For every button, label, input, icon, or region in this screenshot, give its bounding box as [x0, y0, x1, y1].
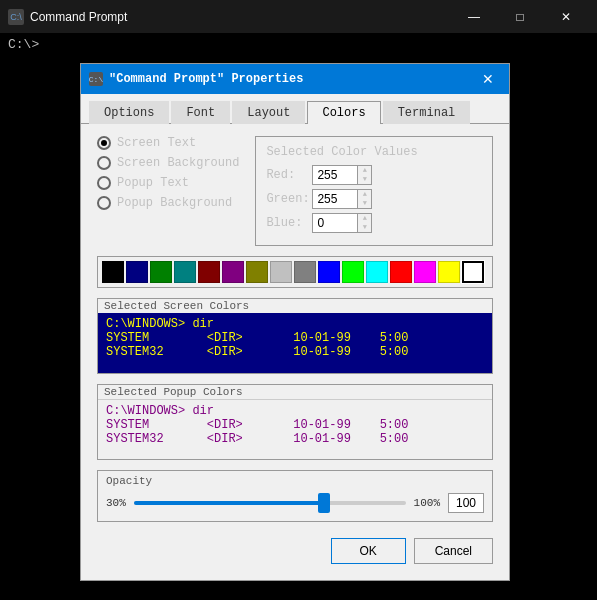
blue-row: Blue: ▲ ▼ [266, 213, 482, 233]
green-row: Green: ▲ ▼ [266, 189, 482, 209]
opacity-value-input[interactable] [448, 493, 484, 513]
cmd-background: C:\> C:\ "Command Prompt" Properties ✕ O… [0, 33, 597, 600]
tab-colors[interactable]: Colors [307, 101, 380, 124]
opacity-label: Opacity [106, 475, 484, 487]
palette-swatch-10[interactable] [342, 261, 364, 283]
dialog-title: "Command Prompt" Properties [109, 72, 469, 86]
screen-preview-label: Selected Screen Colors [98, 299, 492, 313]
window-controls: — □ ✕ [451, 0, 589, 33]
screen-preview-line: SYSTEM32 <DIR> 10-01-99 5:00 [106, 345, 484, 359]
screen-preview-line: C:\WINDOWS> dir [106, 317, 484, 331]
palette-swatch-12[interactable] [390, 261, 412, 283]
radio-popup-text[interactable]: Popup Text [97, 176, 239, 190]
tab-terminal[interactable]: Terminal [383, 101, 471, 124]
opacity-min-label: 30% [106, 497, 126, 509]
palette-swatch-14[interactable] [438, 261, 460, 283]
palette-swatch-5[interactable] [222, 261, 244, 283]
dialog-close-button[interactable]: ✕ [475, 69, 501, 89]
top-section: Screen Text Screen Background Popup Text… [97, 136, 493, 246]
green-arrows: ▲ ▼ [357, 190, 371, 208]
radio-circle-screen-text [97, 136, 111, 150]
palette-swatch-15[interactable] [462, 261, 484, 283]
red-label: Red: [266, 168, 308, 182]
blue-label: Blue: [266, 216, 308, 230]
palette-swatch-8[interactable] [294, 261, 316, 283]
palette-swatch-7[interactable] [270, 261, 292, 283]
green-spinner[interactable]: ▲ ▼ [312, 189, 372, 209]
color-values-box: Selected Color Values Red: ▲ ▼ Green: [255, 136, 493, 246]
palette-swatch-9[interactable] [318, 261, 340, 283]
palette-swatch-11[interactable] [366, 261, 388, 283]
palette-swatch-2[interactable] [150, 261, 172, 283]
opacity-fill [134, 501, 324, 505]
palette-swatch-1[interactable] [126, 261, 148, 283]
screen-preview-section: Selected Screen Colors C:\WINDOWS> dirSY… [97, 298, 493, 374]
cmd-titlebar: C:\ Command Prompt — □ ✕ [0, 0, 597, 33]
color-palette [97, 256, 493, 288]
red-row: Red: ▲ ▼ [266, 165, 482, 185]
dialog-titlebar: C:\ "Command Prompt" Properties ✕ [81, 64, 509, 94]
minimize-button[interactable]: — [451, 0, 497, 33]
opacity-section: Opacity 30% 100% [97, 470, 493, 522]
ok-button[interactable]: OK [331, 538, 406, 564]
radio-circle-popup-text [97, 176, 111, 190]
popup-preview-line: C:\WINDOWS> dir [106, 404, 484, 418]
radio-group: Screen Text Screen Background Popup Text… [97, 136, 239, 246]
tabs-bar: Options Font Layout Colors Terminal [81, 94, 509, 124]
green-down-arrow[interactable]: ▼ [358, 199, 371, 208]
tab-options[interactable]: Options [89, 101, 169, 124]
opacity-slider[interactable] [134, 493, 406, 513]
green-input[interactable] [313, 190, 357, 208]
dialog-icon: C:\ [89, 72, 103, 86]
blue-down-arrow[interactable]: ▼ [358, 223, 371, 232]
popup-preview-section: Selected Popup Colors C:\WINDOWS> dirSYS… [97, 384, 493, 460]
cmd-prompt-text: C:\> [8, 37, 589, 52]
red-up-arrow[interactable]: ▲ [358, 166, 371, 175]
opacity-track [134, 501, 406, 505]
blue-up-arrow[interactable]: ▲ [358, 214, 371, 223]
dialog-body: Screen Text Screen Background Popup Text… [81, 124, 509, 580]
cmd-title: Command Prompt [30, 10, 445, 24]
radio-circle-popup-bg [97, 196, 111, 210]
screen-preview-line: SYSTEM <DIR> 10-01-99 5:00 [106, 331, 484, 345]
close-window-button[interactable]: ✕ [543, 0, 589, 33]
palette-swatch-0[interactable] [102, 261, 124, 283]
popup-preview-line: SYSTEM32 <DIR> 10-01-99 5:00 [106, 432, 484, 446]
opacity-max-label: 100% [414, 497, 440, 509]
screen-preview: C:\WINDOWS> dirSYSTEM <DIR> 10-01-99 5:0… [98, 313, 492, 373]
cancel-button[interactable]: Cancel [414, 538, 493, 564]
radio-popup-bg[interactable]: Popup Background [97, 196, 239, 210]
palette-swatch-6[interactable] [246, 261, 268, 283]
popup-preview-line: SYSTEM <DIR> 10-01-99 5:00 [106, 418, 484, 432]
popup-preview-label: Selected Popup Colors [98, 385, 492, 399]
color-values-title: Selected Color Values [266, 145, 482, 159]
palette-swatch-13[interactable] [414, 261, 436, 283]
tab-layout[interactable]: Layout [232, 101, 305, 124]
blue-arrows: ▲ ▼ [357, 214, 371, 232]
green-label: Green: [266, 192, 308, 206]
palette-swatch-4[interactable] [198, 261, 220, 283]
cmd-icon: C:\ [8, 9, 24, 25]
radio-screen-bg[interactable]: Screen Background [97, 156, 239, 170]
green-up-arrow[interactable]: ▲ [358, 190, 371, 199]
properties-dialog: C:\ "Command Prompt" Properties ✕ Option… [80, 63, 510, 581]
maximize-button[interactable]: □ [497, 0, 543, 33]
red-input[interactable] [313, 166, 357, 184]
opacity-thumb[interactable] [318, 493, 330, 513]
dialog-footer: OK Cancel [97, 534, 493, 568]
radio-circle-screen-bg [97, 156, 111, 170]
blue-spinner[interactable]: ▲ ▼ [312, 213, 372, 233]
palette-swatch-3[interactable] [174, 261, 196, 283]
tab-font[interactable]: Font [171, 101, 230, 124]
red-down-arrow[interactable]: ▼ [358, 175, 371, 184]
red-arrows: ▲ ▼ [357, 166, 371, 184]
red-spinner[interactable]: ▲ ▼ [312, 165, 372, 185]
blue-input[interactable] [313, 214, 357, 232]
radio-screen-text[interactable]: Screen Text [97, 136, 239, 150]
opacity-row: 30% 100% [106, 493, 484, 513]
popup-preview: C:\WINDOWS> dirSYSTEM <DIR> 10-01-99 5:0… [98, 399, 492, 459]
